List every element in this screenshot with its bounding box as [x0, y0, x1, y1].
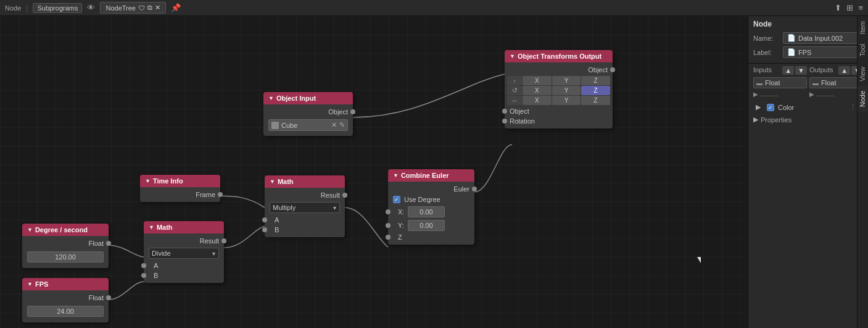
node-header-math-upper[interactable]: ▼ Math: [265, 175, 345, 188]
input-float-item[interactable]: ▬ Float: [753, 77, 807, 88]
grid-btn-y1[interactable]: Y: [552, 76, 581, 85]
node-title-math-upper: Math: [278, 178, 294, 185]
shield-icon: 🛡: [138, 4, 145, 12]
pin-icon[interactable]: 📌: [171, 3, 181, 12]
socket-combine-euler-z[interactable]: [386, 235, 391, 240]
main-area: ▼ Object Transforms Output Object ↑ X Y …: [0, 16, 868, 328]
socket-math-lower-b[interactable]: [141, 273, 146, 278]
node-object-input: ▼ Object Input Object Cube ✕ ✎: [263, 92, 353, 136]
socket-math-upper-a[interactable]: [262, 217, 267, 222]
socket-math-lower-a[interactable]: [141, 263, 146, 268]
fps-value[interactable]: 24.00: [27, 306, 104, 317]
topbar: Node | Subprograms 👁 NodeTree 🛡 ⧉ ✕ 📌 ⬆ …: [0, 0, 868, 16]
side-tabs: Item Tool View Node: [857, 16, 868, 328]
node-header-fps[interactable]: ▼ FPS: [22, 278, 109, 290]
copy-icon[interactable]: ⧉: [147, 4, 152, 12]
node-header-math-lower[interactable]: ▼ Math: [144, 221, 224, 233]
cube-input-field[interactable]: Cube ✕ ✎: [268, 119, 348, 131]
socket-object-input-out[interactable]: [350, 109, 355, 114]
file2-icon: 📄: [787, 48, 796, 56]
socket-object-transforms-rotation[interactable]: [502, 119, 507, 124]
socket-combine-euler-x[interactable]: [386, 209, 391, 214]
outputs-title: Outputs: [809, 66, 833, 74]
node-fps: ▼ FPS Float 24.00: [22, 278, 109, 322]
node-header-object-input[interactable]: ▼ Object Input: [263, 92, 353, 104]
grid-btn-z1[interactable]: Z: [581, 76, 610, 85]
grid-btn-x2[interactable]: X: [523, 86, 552, 95]
node-title-math-lower: Math: [157, 224, 173, 231]
nodetree-selector[interactable]: NodeTree 🛡 ⧉ ✕: [100, 2, 166, 14]
math-lower-operation-select[interactable]: Divide Add Subtract Multiply: [149, 248, 219, 259]
edit-cube-button[interactable]: ✎: [339, 121, 345, 129]
tab-view[interactable]: View: [858, 62, 868, 86]
close-icon[interactable]: ✕: [155, 4, 160, 12]
outputs-up-button[interactable]: ▲: [838, 66, 850, 75]
color-checkbox[interactable]: [767, 104, 774, 111]
name-value-field[interactable]: 📄 Data Input.002: [783, 32, 863, 44]
node-header-degree-second[interactable]: ▼ Degree / second: [22, 224, 109, 236]
inputs-title: Inputs: [753, 66, 772, 74]
node-math-lower: ▼ Math Result Divide Add Subtract Multip…: [144, 221, 224, 283]
socket-degree-second-out[interactable]: [106, 241, 111, 246]
node-degree-second: ▼ Degree / second Float 120.00: [22, 224, 109, 268]
node-object-transforms: ▼ Object Transforms Output Object ↑ X Y …: [505, 50, 613, 128]
node-title-degree-second: Degree / second: [35, 226, 88, 233]
inputs-up-button[interactable]: ▲: [782, 66, 794, 75]
socket-combine-euler-out[interactable]: [472, 187, 477, 191]
grid-btn-z3[interactable]: Z: [581, 96, 610, 105]
grid-icon-3: ↔: [507, 96, 522, 105]
inputs-down-button[interactable]: ▼: [795, 66, 807, 75]
grid-btn-y3[interactable]: Y: [552, 96, 581, 105]
socket-math-upper-b[interactable]: [262, 227, 267, 232]
grid-icon-1: ↑: [507, 76, 522, 85]
nodetree-label: NodeTree: [105, 4, 136, 12]
node-title-object-transforms: Object Transforms Output: [518, 53, 601, 60]
snap-icon[interactable]: ⊞: [846, 3, 853, 12]
view-icon[interactable]: 👁: [87, 3, 95, 12]
upload-icon[interactable]: ⬆: [835, 3, 841, 12]
tab-node[interactable]: Node: [858, 86, 868, 112]
socket-combine-euler-y[interactable]: [386, 223, 391, 228]
use-degree-checkbox[interactable]: [393, 196, 400, 203]
socket-math-lower-result[interactable]: [221, 238, 226, 243]
node-connections: [0, 16, 748, 328]
panel-title: Node: [753, 20, 863, 28]
editor-title: Node: [5, 4, 21, 12]
node-math-upper: ▼ Math Result Multiply Add Subtract Divi…: [265, 175, 345, 237]
node-header-time-info[interactable]: ▼ Time Info: [140, 175, 220, 187]
combine-euler-x-value[interactable]: 0.00: [408, 206, 445, 217]
grid-btn-z2-active[interactable]: Z: [581, 86, 610, 95]
cube-icon: [271, 122, 279, 129]
node-header-object-transforms[interactable]: ▼ Object Transforms Output: [505, 50, 613, 62]
label-value-field[interactable]: 📄 FPS: [783, 46, 863, 58]
grid-btn-x3[interactable]: X: [523, 96, 552, 105]
label-label: Label:: [753, 49, 779, 56]
grid-icon-2: ↺: [507, 86, 522, 95]
mouse-cursor: [697, 257, 703, 263]
file-icon: 📄: [787, 34, 796, 42]
degree-second-value[interactable]: 120.00: [27, 251, 104, 263]
socket-math-upper-result[interactable]: [342, 193, 347, 198]
color-expand-arrow[interactable]: ▶: [753, 103, 763, 112]
grid-btn-y2[interactable]: Y: [552, 86, 581, 95]
combine-euler-y-value[interactable]: 0.00: [408, 220, 445, 231]
socket-fps-out[interactable]: [106, 295, 111, 300]
output-float-item[interactable]: ▬ Float: [809, 77, 863, 88]
node-canvas[interactable]: ▼ Object Transforms Output Object ↑ X Y …: [0, 16, 748, 328]
tab-item[interactable]: Item: [858, 16, 868, 39]
socket-object-transforms-object-in[interactable]: [610, 67, 615, 72]
more-icon[interactable]: ≡: [858, 3, 863, 12]
clear-cube-button[interactable]: ✕: [331, 121, 337, 129]
grid-btn-x1[interactable]: X: [523, 76, 552, 85]
node-header-combine-euler[interactable]: ▼ Combine Euler: [388, 169, 474, 182]
right-panel: Node Name: 📄 Data Input.002 Label: 📄 FPS: [748, 16, 868, 328]
socket-object-transforms-object-out[interactable]: [502, 109, 507, 114]
subprograms-button[interactable]: Subprograms: [33, 3, 82, 13]
input-type-icon: ▬: [756, 80, 763, 86]
node-title-combine-euler: Combine Euler: [401, 172, 449, 179]
tab-tool[interactable]: Tool: [858, 39, 868, 61]
socket-time-info-frame[interactable]: [218, 192, 223, 197]
math-upper-operation-select[interactable]: Multiply Add Subtract Divide: [270, 202, 340, 213]
node-title-fps: FPS: [35, 280, 48, 288]
output-type-icon: ▬: [812, 80, 819, 86]
